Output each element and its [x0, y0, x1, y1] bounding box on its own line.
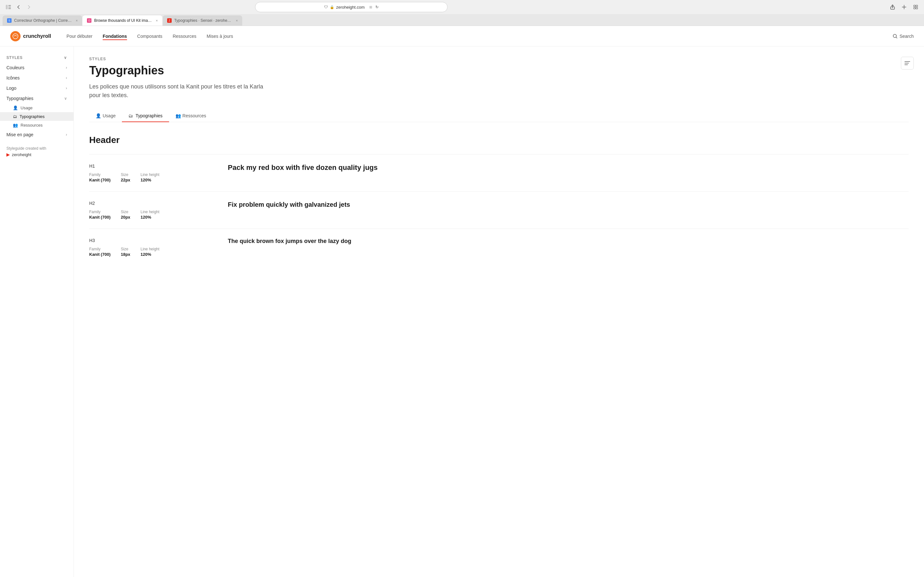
sidebar-item-couleurs[interactable]: Couleurs ›	[0, 63, 73, 73]
brand-name: crunchyroll	[23, 33, 51, 39]
type-spec-lineheight-label-h1: Line height	[141, 172, 160, 177]
sidebar-toggle-button[interactable]	[4, 3, 13, 11]
type-item-h1: H1 Family Kanit (700) Size 22px Line hei…	[89, 154, 909, 191]
tab-grid-button[interactable]	[911, 3, 920, 11]
table-of-contents-button[interactable]	[901, 57, 914, 69]
nav-link-fondations[interactable]: Fondations	[103, 32, 127, 40]
reload-icon[interactable]: ↻	[375, 5, 379, 9]
svg-rect-8	[916, 7, 918, 9]
zeroheight-icon: ▶	[6, 152, 10, 157]
sidebar-subitem-icon-ressources: 👥	[13, 123, 18, 127]
styles-section-label: STYLES	[89, 57, 909, 61]
svg-rect-6	[916, 5, 918, 7]
type-item-h2-specs: H2 Family Kanit (700) Size 20px Line hei…	[89, 201, 218, 219]
content-tab-ressources[interactable]: 👥 Ressources	[169, 110, 213, 122]
search-label: Search	[900, 34, 914, 39]
nav-link-ressources[interactable]: Ressources	[173, 32, 196, 40]
svg-rect-3	[8, 8, 11, 9]
sidebar-subitem-usage[interactable]: 👤 Usage	[0, 103, 73, 112]
nav-link-composants[interactable]: Composants	[137, 32, 163, 40]
type-item-h3-label: H3	[89, 238, 218, 243]
type-spec-family-value-h1: Kanit (700)	[89, 177, 110, 182]
type-spec-size-h3: Size 18px	[121, 247, 130, 257]
browser-tab-2[interactable]: D Browse thousands of UI Kit images for …	[82, 15, 162, 26]
sidebar-section-label: STYLES	[6, 55, 23, 60]
tab-close-2[interactable]: ×	[156, 19, 158, 23]
type-spec-lineheight-h1: Line height 120%	[141, 172, 160, 182]
tab-usage-icon: 👤	[95, 113, 101, 118]
type-spec-family-h3: Family Kanit (700)	[89, 247, 110, 257]
reader-icon: ⊞	[369, 5, 372, 9]
type-preview-h2: Fix problem quickly with galvanized jets	[228, 201, 909, 208]
top-nav: crunchyroll Pour débuter Fondations Comp…	[0, 26, 924, 47]
page-title: Typographies	[89, 64, 909, 77]
svg-rect-1	[8, 5, 11, 6]
sidebar-item-icones[interactable]: Icônes ›	[0, 73, 73, 83]
footer-text: Styleguide created with	[6, 146, 67, 151]
browser-tab-3[interactable]: Z Typographies · Sensei · zeroheight ×	[163, 15, 242, 26]
type-spec-size-label-h1: Size	[121, 172, 130, 177]
nav-link-pour-debuter[interactable]: Pour débuter	[66, 32, 92, 40]
type-spec-family-label-h3: Family	[89, 247, 110, 251]
sidebar-item-chevron-icones: ›	[66, 76, 67, 80]
sidebar-subitem-ressources[interactable]: 👥 Ressources	[0, 121, 73, 129]
content-tab-usage[interactable]: 👤 Usage	[89, 110, 122, 122]
sidebar-item-mise-en-page[interactable]: Mise en page ›	[0, 129, 73, 140]
tab-favicon-2: D	[87, 18, 91, 23]
tab-close-1[interactable]: ×	[76, 19, 78, 23]
content-area: STYLES Typographies Les polices que nous…	[74, 47, 924, 577]
sidebar-footer: Styleguide created with ▶ zeroheight	[0, 140, 73, 163]
content-tab-typographies[interactable]: 🗂 Typographies	[122, 110, 169, 122]
brand-logo-icon	[10, 31, 21, 41]
back-button[interactable]	[14, 3, 23, 11]
tab-label-2: Browse thousands of UI Kit images for de…	[94, 18, 152, 23]
type-item-h3-specs: H3 Family Kanit (700) Size 18px Line hei…	[89, 238, 218, 257]
type-spec-lineheight-label-h2: Line height	[141, 210, 160, 214]
type-preview-h1: Pack my red box with five dozen quality …	[228, 163, 909, 172]
sidebar-section-chevron: ∨	[64, 55, 67, 60]
type-item-h2-specs-list: Family Kanit (700) Size 20px Line height…	[89, 210, 218, 219]
sidebar-item-label-icones: Icônes	[6, 75, 19, 81]
address-bar[interactable]: 🛡 🔒 zeroheight.com ⊞ ↻	[255, 2, 447, 12]
content-tab-ressources-label: Ressources	[183, 113, 206, 118]
tab-close-3[interactable]: ×	[236, 19, 238, 23]
nav-link-mises-a-jours[interactable]: Mises à jours	[207, 32, 233, 40]
type-item-h1-specs: H1 Family Kanit (700) Size 22px Line hei…	[89, 163, 218, 182]
type-preview-h3: The quick brown fox jumps over the lazy …	[228, 238, 909, 245]
type-spec-family-value-h3: Kanit (700)	[89, 252, 110, 257]
footer-brand: ▶ zeroheight	[6, 152, 67, 157]
sidebar-subitem-typographies[interactable]: 🗂 Typographies	[0, 112, 73, 121]
search-button[interactable]: Search	[893, 34, 914, 39]
type-spec-lineheight-value-h2: 120%	[141, 215, 160, 219]
sidebar-item-label-couleurs: Couleurs	[6, 65, 24, 70]
shield-icon: 🛡	[324, 5, 328, 9]
sidebar-subitem-label-usage: Usage	[21, 105, 33, 110]
sidebar-item-label-mise-en-page: Mise en page	[6, 132, 33, 137]
type-spec-size-value-h3: 18px	[121, 252, 130, 257]
share-button[interactable]	[888, 3, 897, 11]
sidebar-section-header[interactable]: STYLES ∨	[0, 53, 73, 63]
browser-toolbar: 🛡 🔒 zeroheight.com ⊞ ↻	[0, 0, 924, 14]
type-spec-size-h1: Size 22px	[121, 172, 130, 182]
browser-tab-1[interactable]: S Correcteur Orthographe | Correction Gr…	[3, 15, 82, 26]
sidebar-subitem-label-typographies: Typographies	[19, 114, 45, 119]
header-section-title: Header	[89, 135, 909, 145]
type-spec-size-value-h1: 22px	[121, 177, 130, 182]
sidebar-item-typographies[interactable]: Typographies ∨	[0, 93, 73, 103]
type-spec-family-label-h2: Family	[89, 210, 110, 214]
search-icon	[893, 34, 898, 39]
type-spec-family-h1: Family Kanit (700)	[89, 172, 110, 182]
type-spec-lineheight-value-h3: 120%	[141, 252, 160, 257]
tab-favicon-3: Z	[167, 18, 172, 23]
type-item-h2-label: H2	[89, 201, 218, 206]
type-item-h1-specs-list: Family Kanit (700) Size 22px Line height…	[89, 172, 218, 182]
type-item-h3-specs-list: Family Kanit (700) Size 18px Line height…	[89, 247, 218, 257]
type-spec-family-value-h2: Kanit (700)	[89, 215, 110, 219]
type-spec-lineheight-h2: Line height 120%	[141, 210, 160, 219]
browser-actions	[888, 3, 920, 11]
forward-button[interactable]	[24, 3, 33, 11]
toc-icon	[905, 61, 910, 65]
content-tabs: 👤 Usage 🗂 Typographies 👥 Ressources	[89, 110, 909, 122]
new-tab-button[interactable]	[900, 3, 909, 11]
sidebar-item-logo[interactable]: Logo ›	[0, 83, 73, 93]
